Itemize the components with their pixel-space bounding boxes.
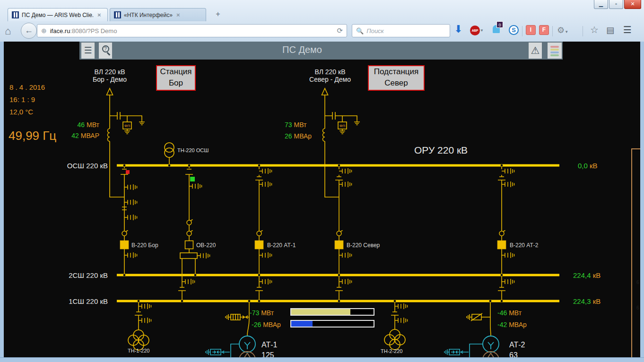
vt-tn-220-osh[interactable] bbox=[165, 143, 174, 165]
at2-name: АТ-2 bbox=[509, 341, 525, 349]
line-sever-feeder: ФП bbox=[322, 88, 360, 197]
maximize-button[interactable]: ▫ bbox=[609, 0, 623, 9]
addon-f-button[interactable]: F bbox=[539, 25, 549, 35]
bay-sever bbox=[335, 165, 352, 301]
line-bor-feeder: ФП bbox=[107, 88, 145, 197]
reload-icon[interactable]: ⟳ bbox=[337, 26, 343, 35]
substation-sever-button[interactable]: Подстанция Север bbox=[368, 65, 425, 91]
bus-2sh-voltage: 224,4 кВ bbox=[573, 271, 600, 279]
at1-name: АТ-1 bbox=[261, 341, 277, 349]
home-icon[interactable]: ⌂ bbox=[5, 25, 11, 37]
ghostery-badge: 0 bbox=[496, 21, 503, 28]
fp-filter-label: ФП bbox=[339, 124, 345, 128]
search-icon: 🔍 bbox=[356, 27, 364, 34]
downloads-icon[interactable]: ⬇ bbox=[454, 23, 462, 35]
gear-icon[interactable]: ⚙▼ bbox=[557, 25, 568, 35]
new-tab-button[interactable]: + bbox=[212, 10, 224, 20]
tab-ntk-interface[interactable]: «НТК Интерфейс» × bbox=[110, 8, 206, 21]
page-title: ПС Демо bbox=[79, 44, 525, 55]
window-border-left bbox=[0, 42, 4, 362]
event-list-button[interactable] bbox=[548, 43, 562, 59]
toolbar-separator bbox=[583, 26, 583, 36]
adblock-icon[interactable]: ABP▼ bbox=[470, 25, 484, 35]
bay-ov-220 bbox=[178, 165, 210, 301]
at1-reactive-power: -26 МВАр bbox=[252, 321, 281, 328]
bus-osh-voltage: 0,0 кВ bbox=[578, 162, 598, 170]
bay-at1 bbox=[255, 165, 272, 301]
bus-1sh-label: 1СШ 220 кВ bbox=[50, 297, 108, 305]
globe-icon: ⊕ bbox=[41, 27, 47, 34]
tab-title: «НТК Интерфейс» bbox=[124, 12, 173, 18]
bus-connection-dots bbox=[123, 164, 503, 302]
line-bor-label: ВЛ 220 кВ Бор - Демо bbox=[77, 68, 143, 83]
time-display: 16: 1 : 9 bbox=[9, 95, 35, 103]
breaker-at1[interactable] bbox=[255, 241, 263, 249]
tab-close-icon[interactable]: × bbox=[176, 11, 180, 18]
breaker-ov-label: ОВ-220 bbox=[196, 242, 216, 249]
bus-2sh-label: 2СШ 220 кВ bbox=[50, 271, 108, 279]
sever-active-power: 73 МВт bbox=[285, 121, 306, 129]
breaker-at2[interactable] bbox=[498, 241, 506, 249]
line-sever-label: ВЛ 220 кВ Север - Демо bbox=[297, 68, 363, 83]
url-host: iface.ru bbox=[50, 27, 70, 34]
fp-filter-label: ФП bbox=[124, 124, 130, 128]
at2-reactive-power: -42 МВАр bbox=[497, 321, 527, 328]
at1-active-power: -73 МВт bbox=[250, 309, 274, 317]
bor-reactive-power: 42 МВАР bbox=[61, 132, 99, 139]
bookmarks-panel-icon[interactable]: ▤ bbox=[606, 25, 614, 35]
alarm-warning-button[interactable]: ⚠ bbox=[529, 43, 542, 59]
tab-title: ПС Демо — ARIS Web Clie... bbox=[22, 12, 94, 18]
bay-tn1 bbox=[128, 301, 151, 350]
ghostery-icon[interactable]: 0 bbox=[493, 25, 500, 35]
toolbar-separator bbox=[522, 26, 522, 36]
date-display: 8 . 4 . 2016 bbox=[9, 83, 45, 91]
tn2-label: ТН-2-220 bbox=[381, 348, 402, 354]
bus-1sh-voltage: 224,3 кВ bbox=[573, 297, 600, 305]
menu-icon[interactable]: ☰ bbox=[623, 24, 632, 35]
event-list-icon bbox=[548, 43, 562, 56]
gauge-fill bbox=[291, 321, 313, 327]
toolbar-separator bbox=[552, 26, 553, 36]
breaker-bor[interactable] bbox=[121, 241, 129, 249]
frequency-display: 49,99 Гц bbox=[9, 129, 56, 143]
bor-active-power: 46 МВт bbox=[61, 121, 99, 129]
url-bar[interactable]: ⊕ iface.ru:8080/?PS Demo ⟳ bbox=[37, 24, 347, 37]
breaker-ov-220[interactable] bbox=[185, 241, 193, 249]
sever-reactive-power: 26 МВАр bbox=[285, 132, 312, 140]
at1-arrester-cyan bbox=[206, 349, 230, 355]
breaker-sever-label: В-220 Север bbox=[347, 242, 380, 249]
window-border-right bbox=[640, 42, 644, 362]
site-favicon bbox=[114, 11, 121, 18]
breaker-sever[interactable] bbox=[335, 241, 343, 249]
tab-ps-demo[interactable]: ПС Демо — ARIS Web Clie... × bbox=[8, 8, 108, 21]
addon-i-button[interactable]: I bbox=[526, 25, 536, 35]
minimize-button[interactable]: ▁ bbox=[594, 0, 608, 9]
station-bor-button[interactable]: Станция Бор bbox=[156, 65, 196, 91]
bookmark-star-icon[interactable]: ☆ bbox=[590, 24, 599, 35]
tn-220-osh-label: ТН-220 ОСШ bbox=[177, 147, 209, 153]
at1-active-power-gauge bbox=[290, 308, 374, 316]
tn1-label: ТН-1-220 bbox=[128, 348, 149, 353]
navigation-toolbar: ⌂ ← ⊕ iface.ru:8080/?PS Demo ⟳ 🔍 Поиск ⬇… bbox=[0, 21, 644, 42]
at2-active-power: -46 МВт bbox=[497, 309, 522, 317]
gauge-fill bbox=[291, 309, 350, 315]
at1-rating: 125 bbox=[261, 351, 274, 357]
bay-bor bbox=[121, 165, 137, 275]
back-button[interactable]: ← bbox=[21, 23, 37, 39]
scada-header: ☰ ? ПС Демо ⚠ bbox=[79, 42, 563, 60]
close-button[interactable]: ✕ bbox=[624, 0, 641, 9]
url-path: :8080/?PS Demo bbox=[70, 27, 117, 34]
right-section-line bbox=[632, 149, 640, 357]
transformer-at2[interactable] bbox=[444, 336, 499, 357]
tab-close-icon[interactable]: × bbox=[97, 11, 101, 18]
edge-clipped-digit: 6 bbox=[636, 280, 639, 285]
skype-icon[interactable]: S bbox=[509, 25, 519, 35]
indicator-red bbox=[126, 170, 130, 174]
firefox-window: ПС Демо — ARIS Web Clie... × «НТК Интерф… bbox=[0, 0, 644, 362]
breaker-at2-label: В-220 АТ-2 bbox=[510, 242, 538, 249]
breaker-bor-label: В-220 Бор bbox=[131, 242, 158, 249]
at2-arrester-cyan bbox=[444, 349, 469, 355]
bay-tn2 bbox=[384, 301, 408, 350]
search-bar[interactable]: 🔍 Поиск bbox=[352, 24, 450, 37]
at2-rating: 63 bbox=[509, 351, 518, 357]
